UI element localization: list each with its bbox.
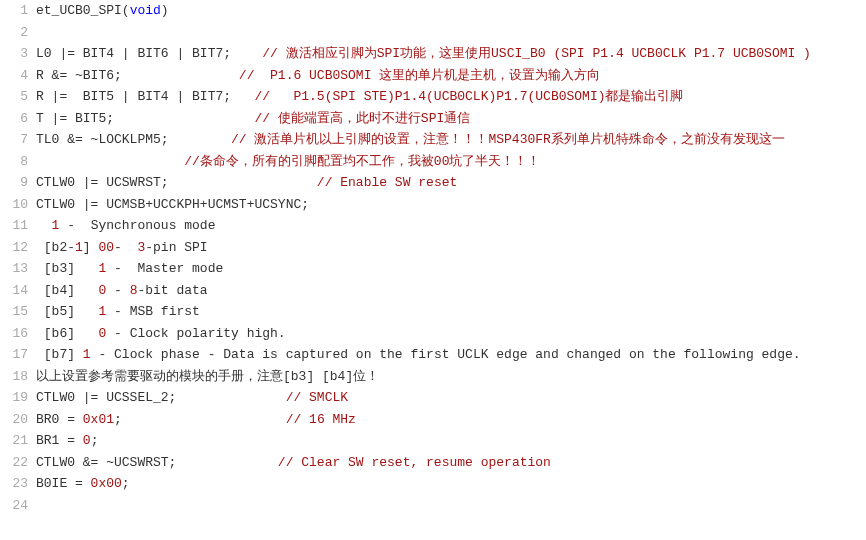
line-number: 22 [0,452,28,474]
line-number: 21 [0,430,28,452]
code-line: R &= ~BIT6; // P1.6 UCB0SOMI 这里的单片机是主机，设… [36,65,866,87]
code-line: [b7] 1 - Clock phase - Data is captured … [36,344,866,366]
code-line: [b5] 1 - MSB first [36,301,866,323]
line-number: 16 [0,323,28,345]
line-number: 6 [0,108,28,130]
code-line: T |= BIT5; // 使能端置高，此时不进行SPI通信 [36,108,866,130]
code-line: CTLW0 |= UCSSEL_2; // SMCLK [36,387,866,409]
line-number: 2 [0,22,28,44]
code-line [36,22,866,44]
line-number: 12 [0,237,28,259]
code-line: CTLW0 |= UCMSB+UCCKPH+UCMST+UCSYNC; [36,194,866,216]
code-editor: 123456789101112131415161718192021222324 … [0,0,866,516]
code-line: CTLW0 |= UCSWRST; // Enable SW reset [36,172,866,194]
code-line: BR0 = 0x01; // 16 MHz [36,409,866,431]
code-line: R |= BIT5 | BIT4 | BIT7; // P1.5(SPI STE… [36,86,866,108]
code-line: L0 |= BIT4 | BIT6 | BIT7; // 激活相应引脚为SPI功… [36,43,866,65]
line-number: 5 [0,86,28,108]
line-number: 8 [0,151,28,173]
line-number: 17 [0,344,28,366]
line-number: 13 [0,258,28,280]
line-number: 20 [0,409,28,431]
code-body: et_UCB0_SPI(void)L0 |= BIT4 | BIT6 | BIT… [36,0,866,516]
code-line: 以上设置参考需要驱动的模块的手册，注意[b3] [b4]位！ [36,366,866,388]
code-line [36,495,866,517]
line-number: 11 [0,215,28,237]
code-line: //条命令，所有的引脚配置均不工作，我被00坑了半天！！！ [36,151,866,173]
line-number: 18 [0,366,28,388]
code-line: 1 - Synchronous mode [36,215,866,237]
line-number: 15 [0,301,28,323]
code-line: et_UCB0_SPI(void) [36,0,866,22]
line-number: 9 [0,172,28,194]
code-line: CTLW0 &= ~UCSWRST; // Clear SW reset, re… [36,452,866,474]
line-number: 3 [0,43,28,65]
line-number: 19 [0,387,28,409]
code-line: [b2-1] 00- 3-pin SPI [36,237,866,259]
code-line: [b6] 0 - Clock polarity high. [36,323,866,345]
line-number: 23 [0,473,28,495]
line-number: 24 [0,495,28,517]
line-number: 10 [0,194,28,216]
line-number: 4 [0,65,28,87]
code-line: B0IE = 0x00; [36,473,866,495]
line-number: 1 [0,0,28,22]
code-line: TL0 &= ~LOCKLPM5; // 激活单片机以上引脚的设置，注意！！！M… [36,129,866,151]
line-number: 7 [0,129,28,151]
code-line: [b3] 1 - Master mode [36,258,866,280]
line-number-gutter: 123456789101112131415161718192021222324 [0,0,36,516]
code-line: BR1 = 0; [36,430,866,452]
code-line: [b4] 0 - 8-bit data [36,280,866,302]
line-number: 14 [0,280,28,302]
